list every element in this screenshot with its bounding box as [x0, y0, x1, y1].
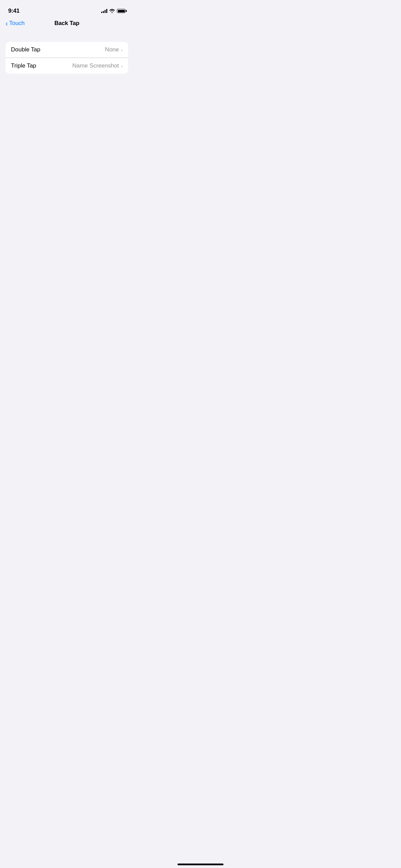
triple-tap-value: Name Screenshot [72, 62, 119, 69]
nav-bar: ‹ Touch Back Tap [0, 17, 134, 32]
status-icons [101, 9, 125, 13]
status-time: 9:41 [8, 8, 20, 14]
back-button[interactable]: ‹ Touch [5, 20, 25, 27]
signal-icon [101, 9, 107, 13]
triple-tap-row[interactable]: Triple Tap Name Screenshot › [5, 58, 128, 74]
page-title: Back Tap [54, 20, 80, 27]
settings-group: Double Tap None › Triple Tap Name Screen… [5, 42, 128, 74]
double-tap-row[interactable]: Double Tap None › [5, 42, 128, 58]
triple-tap-label: Triple Tap [11, 62, 36, 69]
double-tap-chevron-icon: › [121, 47, 123, 53]
battery-icon [117, 9, 125, 13]
double-tap-label: Double Tap [11, 46, 40, 53]
wifi-icon [109, 9, 115, 13]
triple-tap-value-container: Name Screenshot › [72, 62, 123, 69]
double-tap-value-container: None › [105, 46, 123, 53]
back-label: Touch [9, 20, 25, 27]
status-bar: 9:41 [0, 0, 134, 17]
content: Double Tap None › Triple Tap Name Screen… [0, 32, 134, 74]
back-chevron-icon: ‹ [5, 20, 8, 27]
triple-tap-chevron-icon: › [121, 63, 123, 69]
double-tap-value: None [105, 46, 119, 53]
